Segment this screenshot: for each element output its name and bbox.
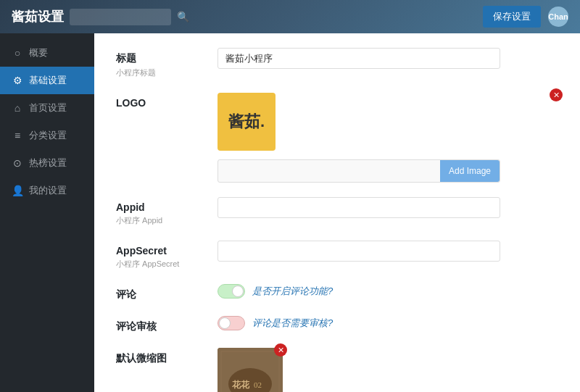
logo-label: LOGO xyxy=(116,97,218,109)
sidebar-item-overview-label: 概要 xyxy=(29,46,48,59)
logo-row: LOGO 酱茹. ✕ Add Image xyxy=(116,93,558,183)
appsecret-row: AppSecret 小程序 AppSecret xyxy=(116,241,558,270)
svg-text:花花: 花花 xyxy=(231,380,250,390)
logo-section: 酱茹. ✕ Add Image xyxy=(218,93,558,183)
logo-preview: 酱茹. xyxy=(218,93,276,151)
logo-label-col: LOGO xyxy=(116,93,218,109)
thumbnail-row: 默认微缩图 花花 02 xyxy=(116,348,558,392)
title-input[interactable] xyxy=(218,48,500,69)
sidebar-item-category-label: 分类设置 xyxy=(29,129,67,142)
home-icon: ⌂ xyxy=(12,102,23,114)
comment-label: 评论 xyxy=(116,288,218,301)
thumbnail-preview: 花花 02 xyxy=(218,348,283,392)
thumbnail-label-col: 默认微缩图 xyxy=(116,348,218,365)
appid-input[interactable] xyxy=(218,197,500,218)
review-label: 评论审核 xyxy=(116,320,218,333)
sidebar-item-basic-label: 基础设置 xyxy=(29,74,67,87)
user-icon: 👤 xyxy=(12,185,23,196)
sidebar-item-ranking[interactable]: ⊙ 热榜设置 xyxy=(0,149,94,177)
svg-text:02: 02 xyxy=(254,380,262,389)
sidebar-item-home-label: 首页设置 xyxy=(29,101,67,114)
app-title: 酱茹设置 xyxy=(12,8,64,25)
settings-form: 标题 小程序标题 LOGO 酱茹. xyxy=(94,33,580,392)
add-image-button[interactable]: Add Image xyxy=(440,160,500,182)
appsecret-sublabel: 小程序 AppSecret xyxy=(116,259,179,268)
sidebar: ○ 概要 ⚙ 基础设置 ⌂ 首页设置 ≡ 分类设置 ⊙ 热榜设置 👤 我的设置 xyxy=(0,33,94,392)
image-upload-row: Add Image xyxy=(218,159,558,183)
review-row: 评论审核 评论是否需要审核? xyxy=(116,316,558,333)
gear-icon: ⚙ xyxy=(12,75,23,86)
title-row: 标题 小程序标题 xyxy=(116,48,558,78)
review-toggle-row: 评论是否需要审核? xyxy=(218,316,558,330)
appid-row: Appid 小程序 Appid xyxy=(116,197,558,226)
review-toggle-label: 评论是否需要审核? xyxy=(252,317,333,330)
title-control-col xyxy=(218,48,558,69)
thumbnail-preview-wrap: 花花 02 ✕ xyxy=(218,348,283,392)
comment-row: 评论 是否开启评论功能? xyxy=(116,284,558,301)
appid-label-col: Appid 小程序 Appid xyxy=(116,197,218,226)
sidebar-item-overview[interactable]: ○ 概要 xyxy=(0,39,94,67)
top-bar-right: 保存设置 Chan xyxy=(483,6,568,28)
content-area: 标题 小程序标题 LOGO 酱茹. xyxy=(94,33,580,392)
appsecret-input[interactable] xyxy=(218,241,500,262)
list-icon: ≡ xyxy=(12,130,23,141)
logo-preview-wrap: 酱茹. ✕ xyxy=(218,93,558,151)
comment-toggle-row: 是否开启评论功能? xyxy=(218,284,558,299)
thumbnail-remove-button[interactable]: ✕ xyxy=(274,343,287,356)
appid-label: Appid xyxy=(116,201,218,213)
sidebar-item-my-label: 我的设置 xyxy=(29,184,67,197)
review-label-col: 评论审核 xyxy=(116,316,218,333)
title-label: 标题 xyxy=(116,52,218,65)
logo-remove-button[interactable]: ✕ xyxy=(550,88,563,101)
title-sublabel: 小程序标题 xyxy=(116,68,156,77)
appsecret-label-col: AppSecret 小程序 AppSecret xyxy=(116,241,218,270)
ranking-icon: ⊙ xyxy=(12,157,23,169)
review-control-col: 评论是否需要审核? xyxy=(218,316,558,330)
appid-sublabel: 小程序 Appid xyxy=(116,216,162,225)
comment-toggle-knob xyxy=(232,285,244,297)
review-toggle[interactable] xyxy=(218,316,245,330)
comment-toggle[interactable] xyxy=(218,284,245,299)
thumbnail-label: 默认微缩图 xyxy=(116,352,218,365)
appid-control-col xyxy=(218,197,558,218)
logo-control-col: 酱茹. ✕ Add Image xyxy=(218,93,558,183)
top-bar-left: 酱茹设置 🔍 xyxy=(12,8,189,25)
thumbnail-control-col: 花花 02 ✕ xyxy=(218,348,558,392)
image-upload-bar: Add Image xyxy=(218,159,500,183)
sidebar-item-home[interactable]: ⌂ 首页设置 xyxy=(0,94,94,122)
sidebar-item-my-settings[interactable]: 👤 我的设置 xyxy=(0,177,94,204)
search-input[interactable] xyxy=(70,9,171,25)
thumbnail-image: 花花 02 xyxy=(218,348,283,392)
overview-icon: ○ xyxy=(12,47,23,59)
review-toggle-knob xyxy=(219,317,231,329)
sidebar-item-category[interactable]: ≡ 分类设置 xyxy=(0,122,94,149)
comment-toggle-label: 是否开启评论功能? xyxy=(252,285,333,298)
comment-control-col: 是否开启评论功能? xyxy=(218,284,558,299)
sidebar-item-basic[interactable]: ⚙ 基础设置 xyxy=(0,67,94,94)
main-layout: ○ 概要 ⚙ 基础设置 ⌂ 首页设置 ≡ 分类设置 ⊙ 热榜设置 👤 我的设置 xyxy=(0,33,580,392)
avatar: Chan xyxy=(548,7,568,27)
comment-label-col: 评论 xyxy=(116,284,218,301)
top-bar: 酱茹设置 🔍 保存设置 Chan xyxy=(0,0,580,33)
title-label-col: 标题 小程序标题 xyxy=(116,48,218,78)
save-button[interactable]: 保存设置 xyxy=(483,6,541,28)
search-icon: 🔍 xyxy=(177,11,189,22)
appsecret-control-col xyxy=(218,241,558,262)
sidebar-item-ranking-label: 热榜设置 xyxy=(29,157,67,170)
logo-text: 酱茹. xyxy=(228,111,265,133)
appsecret-label: AppSecret xyxy=(116,245,218,257)
